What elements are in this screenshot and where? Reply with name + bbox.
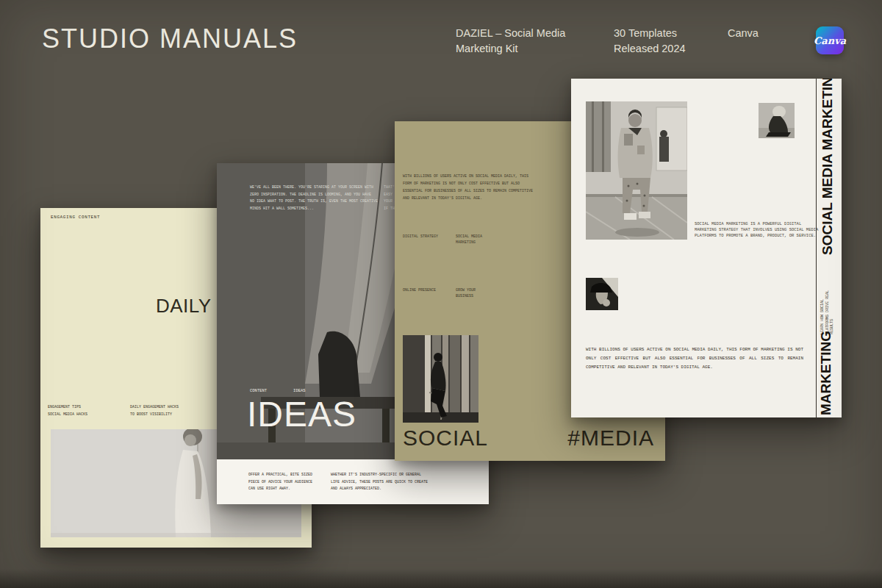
kit-name: DAZIEL – Social Media Marketing Kit xyxy=(456,26,565,56)
page4-divider-line xyxy=(816,79,817,417)
page4-side-title: SOCIAL MEDIA MARKETING xyxy=(820,79,836,255)
page2-intro-text: WE'VE ALL BEEN THERE. YOU'RE STARING AT … xyxy=(250,184,378,212)
page1-footer-col1: ENGAGEMENT TIPS SOCIAL MEDIA HACKS xyxy=(48,404,87,418)
page2-labels: CONTENT IDEAS xyxy=(250,388,306,393)
photo-street-man xyxy=(586,101,687,240)
page1-footer-col2: DAILY ENGAGEMENT HACKS TO BOOST VISIBILI… xyxy=(130,404,179,418)
floor-shadow xyxy=(0,569,882,588)
page2-footer-col1: OFFER A PRACTICAL, BITE SIZED PIECE OF A… xyxy=(248,472,312,493)
canva-logo-text: Canva xyxy=(814,35,846,46)
photo-woman-sitting xyxy=(759,103,795,138)
mockup-scene: STUDIO MANUALS DAZIEL – Social Media Mar… xyxy=(0,0,882,588)
page3-headline-right: #MEDIA xyxy=(567,426,654,451)
page4-side-note: LEARN HOW SOCIAL PLATFORMS DRIVE REAL RE… xyxy=(820,290,835,334)
page4-body-small: SOCIAL MEDIA MARKETING IS A POWERFUL DIG… xyxy=(695,221,818,239)
page2-label-content: CONTENT xyxy=(250,388,267,393)
page4-side-footer: MARKETING xyxy=(818,331,834,415)
canva-logo-icon: Canva xyxy=(816,26,844,54)
kit-meta: 30 Templates Released 2024 xyxy=(614,26,686,56)
page-title: STUDIO MANUALS xyxy=(42,24,298,54)
page3-intro-text: WITH BILLIONS OF USERS ACTIVE ON SOCIAL … xyxy=(403,173,533,202)
page3-row1-value: SOCIAL MEDIA MARKETING xyxy=(456,234,482,245)
platform-label: Canva xyxy=(728,26,759,41)
page2-headline: IDEAS xyxy=(247,394,356,434)
page3-row2-label: ONLINE PRESENCE xyxy=(403,287,436,293)
template-page-marketing: SOCIAL MEDIA MARKETING IS A POWERFUL DIG… xyxy=(571,79,842,417)
page1-tag-label: ENGAGING CONTENT xyxy=(51,215,100,220)
page2-label-ideas: IDEAS xyxy=(293,388,306,393)
photo-portrait-hat xyxy=(586,278,618,310)
page2-footer-col2: WHETHER IT'S INDUSTRY-SPECIFIC OR GENERA… xyxy=(331,472,428,493)
page3-headline-left: SOCIAL xyxy=(403,426,488,451)
page3-row1-label: DIGITAL STRATEGY xyxy=(403,234,438,240)
page2-footer-strip: OFFER A PRACTICAL, BITE SIZED PIECE OF A… xyxy=(217,459,489,504)
photo-woman-by-window xyxy=(403,335,478,423)
page4-body-bottom: WITH BILLIONS OF USERS ACTIVE ON SOCIAL … xyxy=(586,345,803,372)
page3-row2-value: GROW YOUR BUSINESS xyxy=(456,287,476,299)
